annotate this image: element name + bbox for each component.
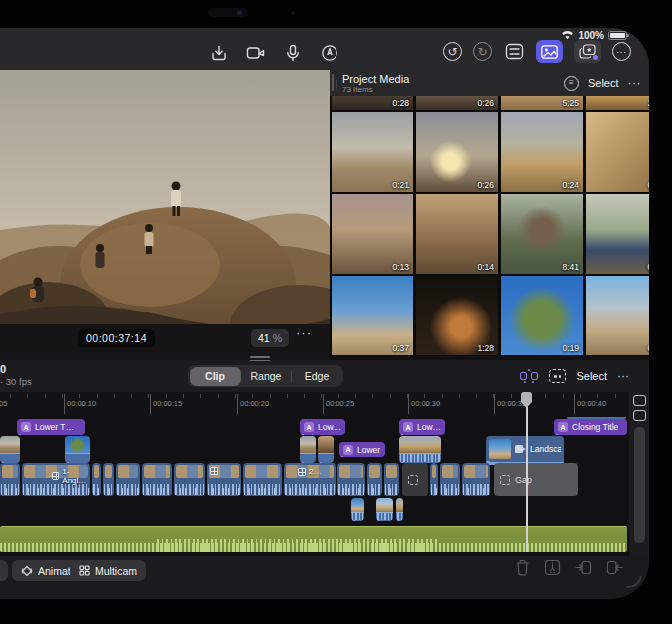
zoom-level-button[interactable]: 41 % [251, 329, 289, 347]
video-clip[interactable] [174, 463, 205, 496]
media-thumbnail[interactable]: 0:26 [586, 194, 649, 274]
viewer[interactable]: 00:00:37:14 41 % ··· [0, 70, 330, 352]
media-thumbnail[interactable]: 0:28 [332, 94, 413, 110]
media-thumbnail[interactable]: 0:26 [416, 94, 498, 110]
timeline-vertical-scrollbar[interactable] [634, 427, 645, 543]
segment-range[interactable]: Range [241, 367, 292, 386]
media-thumbnail[interactable]: 0:19 [501, 276, 583, 355]
redo-icon[interactable]: ↻ [473, 42, 492, 61]
media-thumbnail[interactable]: 8:41 [501, 194, 583, 274]
connected-clip[interactable] [376, 498, 393, 521]
resize-drag-handle[interactable] [250, 356, 270, 361]
clip-filmstrip [176, 465, 203, 478]
overview-icon[interactable] [549, 369, 566, 383]
titles-effects-icon[interactable] [574, 40, 601, 63]
audio-track-clip[interactable] [0, 526, 627, 552]
landscape-clip[interactable]: Landscap… [486, 436, 564, 465]
more-options-icon[interactable]: ··· [612, 42, 631, 61]
connected-clip[interactable] [318, 436, 334, 463]
clip-thumbnail [0, 436, 20, 453]
video-clip[interactable] [384, 463, 399, 496]
gap-clip[interactable]: G… [402, 463, 428, 496]
video-clip[interactable]: 2… [284, 463, 336, 496]
video-clip[interactable] [337, 463, 365, 496]
timeline-select-button[interactable]: Select [576, 370, 607, 382]
gap-clip[interactable]: Gap [494, 463, 578, 496]
clip-waveform-hi [368, 488, 381, 495]
ruler-major-tick [408, 394, 409, 414]
video-clip[interactable]: 1-Angl… [22, 463, 90, 496]
undo-icon[interactable]: ↺ [443, 42, 462, 61]
clip-duration-label: 0:26 [477, 180, 494, 190]
timeline-zoom-button-2[interactable] [633, 410, 646, 421]
video-clip[interactable] [440, 463, 460, 496]
blade-icon[interactable] [544, 559, 561, 576]
enhance-icon[interactable] [519, 369, 539, 383]
timecode-display[interactable]: 00:00:37:14 [78, 329, 155, 347]
title-clip[interactable]: ALower T… [17, 419, 85, 435]
media-thumbnail[interactable]: 0:24 [501, 112, 583, 192]
connected-clip[interactable] [65, 436, 90, 463]
title-clip[interactable]: ALower… [339, 442, 385, 457]
media-thumbnail[interactable]: 2:04 [586, 94, 649, 110]
video-clip[interactable] [243, 463, 282, 496]
inspector-icon[interactable] [503, 41, 525, 63]
timeline-zoom-button-1[interactable] [633, 395, 646, 406]
edge-partial-button[interactable] [0, 560, 8, 581]
import-icon[interactable] [208, 42, 230, 64]
video-clip[interactable] [367, 463, 382, 496]
media-thumbnail[interactable]: 0:14 [416, 194, 498, 274]
multicam-badge-icon [298, 468, 306, 476]
camera-icon[interactable] [245, 42, 267, 64]
video-clip[interactable] [92, 463, 101, 496]
media-thumbnail[interactable]: 5:25 [501, 94, 583, 110]
clip-filmstrip [464, 465, 488, 478]
media-thumbnail[interactable]: 1:28 [416, 276, 498, 355]
ruler-minor-tick [442, 394, 443, 398]
video-clip[interactable] [207, 463, 241, 496]
insert-left-icon[interactable] [575, 560, 592, 575]
title-clip[interactable]: ALow… [399, 419, 445, 435]
media-thumbnail[interactable]: 0:37 [332, 276, 413, 355]
connected-clip[interactable] [0, 436, 20, 463]
microphone-icon[interactable] [282, 42, 304, 64]
media-thumbnail[interactable]: 0:13 [332, 194, 413, 274]
connected-clip[interactable] [399, 436, 441, 463]
video-clip[interactable] [142, 463, 172, 496]
timecode-value: 00:00:37:14 [86, 332, 147, 344]
media-select-button[interactable]: Select [588, 77, 619, 89]
connected-clip[interactable] [396, 498, 403, 521]
media-thumbnail[interactable]: 0:12 [586, 112, 649, 192]
video-clip[interactable] [0, 463, 20, 496]
video-clip[interactable] [462, 463, 490, 496]
title-clip[interactable]: ALow… [300, 419, 345, 435]
video-clip[interactable] [430, 463, 438, 496]
pencil-tool-icon[interactable] [319, 42, 340, 64]
media-thumbnail[interactable]: 0:48 [586, 276, 649, 355]
video-clip[interactable] [103, 463, 114, 496]
viewer-more-icon[interactable]: ··· [296, 325, 312, 340]
insert-right-icon[interactable] [606, 560, 623, 575]
connected-clip[interactable] [300, 436, 316, 463]
multicam-badge-icon [210, 467, 218, 475]
new-badge-dot [593, 55, 598, 60]
segment-edge[interactable]: Edge [292, 367, 342, 386]
connected-clip[interactable] [351, 498, 364, 521]
clip-thumbnail [351, 498, 364, 512]
ruler-minor-tick [563, 394, 564, 398]
media-browser-icon[interactable] [536, 40, 563, 63]
video-clip[interactable] [116, 463, 140, 496]
media-thumbnail[interactable]: 0:21 [332, 112, 413, 192]
title-clip[interactable]: AClosing Title [554, 419, 627, 435]
media-thumbnail[interactable]: 0:26 [416, 112, 498, 192]
timeline-more-icon[interactable]: ··· [617, 369, 629, 383]
multicam-button[interactable]: Multicam [70, 560, 146, 581]
clip-duration-label: 0:14 [477, 262, 494, 272]
trash-icon[interactable] [515, 559, 530, 576]
filter-icon[interactable]: ≡ [564, 76, 579, 91]
ruler-major-tick [64, 394, 65, 414]
segment-clip[interactable]: Clip [190, 367, 241, 386]
ruler-minor-tick [390, 394, 391, 398]
timeline-ruler[interactable]: 0500:00:1000:00:1500:00:2000:00:2500:00:… [0, 392, 629, 417]
media-more-icon[interactable]: ··· [628, 76, 642, 90]
